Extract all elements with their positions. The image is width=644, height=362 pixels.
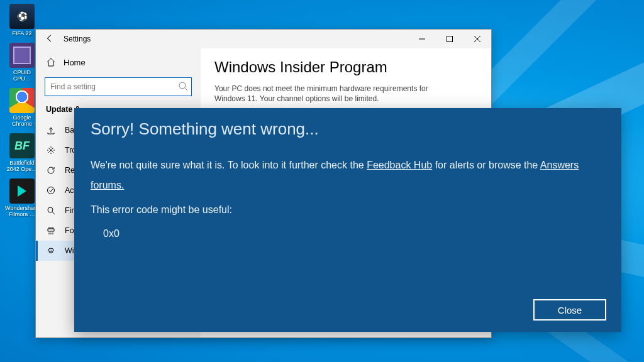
upload-icon (46, 126, 56, 134)
svg-rect-1 (447, 36, 453, 42)
maximize-button[interactable] (436, 30, 464, 48)
close-window-button[interactable] (464, 30, 491, 48)
chrome-icon (9, 88, 35, 113)
search-input[interactable] (45, 77, 192, 96)
page-description: Your PC does not meet the minimum hardwa… (214, 84, 428, 104)
troubleshoot-icon (46, 146, 56, 155)
search-icon (178, 81, 188, 94)
svg-point-9 (48, 248, 53, 252)
developer-icon (46, 226, 56, 235)
close-icon (474, 36, 480, 42)
activation-icon (46, 186, 56, 195)
maximize-icon (447, 36, 453, 42)
close-button-label: Close (558, 305, 582, 315)
cpu-icon (9, 43, 35, 68)
error-code-label: This error code might be useful: (91, 204, 605, 216)
sidebar-home[interactable]: Home (36, 53, 201, 71)
window-title: Settings (64, 35, 91, 43)
svg-point-11 (52, 250, 52, 250)
desktop-icon-label: Wondershare Filmora … (5, 205, 39, 217)
insider-icon (46, 246, 56, 255)
error-dialog: Sorry! Something went wrong... We're not… (74, 108, 621, 332)
svg-point-4 (179, 82, 186, 89)
error-code: 0x0 (103, 228, 605, 239)
arrow-left-icon (45, 34, 54, 43)
desktop-icon-label: FIFA 22 (5, 30, 39, 36)
recovery-icon (46, 166, 56, 175)
fifa-icon: ⚽ (9, 4, 35, 29)
feedback-hub-link[interactable]: Feedback Hub (367, 160, 432, 170)
desktop-icon-battlefield[interactable]: BF Battlefield 2042 Ope… (5, 133, 39, 172)
find-icon (46, 206, 56, 215)
desktop-icon-label: Battlefield 2042 Ope… (5, 160, 39, 172)
back-button[interactable] (36, 34, 64, 45)
svg-line-8 (52, 212, 55, 214)
error-title: Sorry! Something went wrong... (91, 119, 605, 139)
svg-line-5 (185, 88, 187, 90)
filmora-icon (9, 178, 35, 204)
bf-icon: BF (9, 133, 35, 158)
desktop-icon-fifa[interactable]: ⚽ FIFA 22 (5, 4, 39, 36)
desktop-icon-label: CPUID CPU… (5, 69, 39, 82)
desktop-icon-cpuid[interactable]: CPUID CPU… (5, 43, 39, 82)
close-button[interactable]: Close (533, 299, 606, 321)
svg-point-6 (48, 187, 55, 194)
page-title: Windows Insider Program (214, 58, 477, 76)
desktop-icon-filmora[interactable]: Wondershare Filmora … (5, 178, 39, 217)
titlebar: Settings (36, 30, 491, 48)
minimize-button[interactable] (408, 30, 436, 48)
minimize-icon (419, 36, 425, 42)
desktop-icon-chrome[interactable]: Google Chrome (5, 88, 39, 127)
error-text: We're not quite sure what it is. To look… (91, 160, 367, 170)
svg-point-7 (48, 207, 53, 212)
error-body: We're not quite sure what it is. To look… (91, 155, 605, 195)
error-text: for alerts or browse the (435, 160, 540, 170)
desktop-icon-label: Google Chrome (5, 114, 39, 127)
sidebar-home-label: Home (64, 58, 86, 67)
svg-point-10 (50, 250, 50, 250)
home-icon (46, 57, 56, 67)
